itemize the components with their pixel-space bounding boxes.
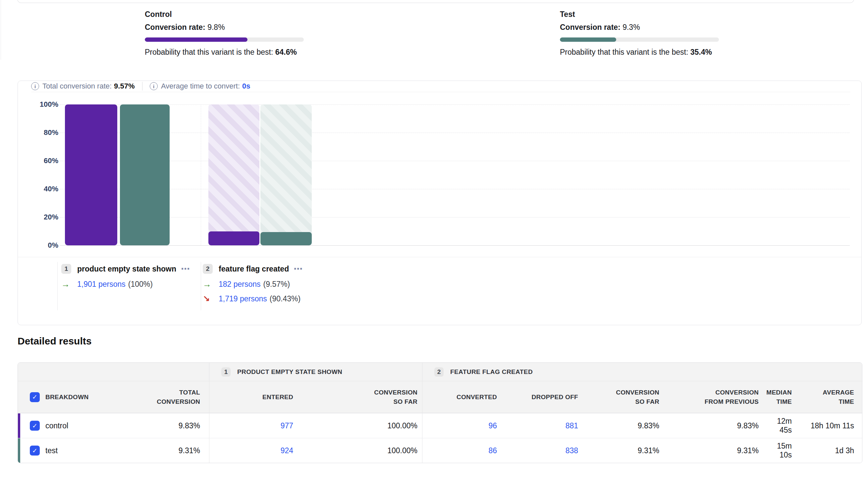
header-dropped-off: DROPPED OFF (502, 381, 583, 413)
cell-conversion-so-far-2: 9.83% (583, 413, 664, 438)
info-icon[interactable]: i (31, 82, 39, 90)
y-tick-80: 80% (18, 127, 58, 138)
probability-progress-bar (145, 37, 304, 42)
variant-color-indicator (18, 413, 20, 438)
info-icon[interactable]: i (150, 82, 158, 90)
cell-conversion-from-previous: 9.31% (664, 438, 764, 463)
header-median-time: MEDIAN TIME (764, 381, 797, 413)
persons-percent: (9.57%) (264, 280, 290, 289)
select-all-checkbox[interactable]: ✓ (30, 392, 40, 402)
variant-title: Control (145, 10, 560, 19)
step-name: feature flag created (219, 265, 289, 273)
more-options-icon[interactable]: ⋯ (181, 264, 190, 274)
column-label: BREAKDOWN (45, 393, 89, 402)
persons-percent: (90.43%) (270, 294, 301, 304)
cell-conversion-from-previous: 9.83% (664, 413, 764, 438)
header-conversion-so-far-1: CONVERSION SO FAR (302, 381, 423, 413)
funnel-step-label-1: 1 product empty state shown ⋯ → 1,901 pe… (61, 264, 190, 289)
y-tick-40: 40% (18, 184, 58, 194)
group-label: PRODUCT EMPTY STATE SHOWN (237, 368, 342, 376)
gridline-80 (60, 133, 850, 133)
variant-summary-test: Test Conversion rate: 9.3% Probability t… (560, 10, 868, 57)
header-divider (142, 82, 143, 90)
header-conversion-from-previous: CONVERSION FROM PREVIOUS (664, 381, 764, 413)
chart-labels-separator (18, 257, 861, 257)
persons-link[interactable]: 182 persons (219, 280, 261, 289)
dropped-off-arrow-icon: ↘ (203, 294, 213, 304)
cell-conversion-so-far-2: 9.31% (583, 438, 664, 463)
entered-arrow-icon: → (61, 279, 71, 289)
persons-row: → 182 persons (9.57%) (203, 279, 303, 289)
persons-link[interactable]: 1,719 persons (219, 294, 267, 304)
cell-breakdown: ✓ test (18, 438, 127, 463)
cell-converted[interactable]: 96 (423, 413, 502, 438)
total-conversion-label: Total conversion rate: (42, 82, 112, 90)
step-number-badge: 1 (221, 367, 230, 377)
gridline-100 (60, 105, 850, 105)
cell-average-time: 1d 3h (797, 438, 861, 463)
header-entered: ENTERED (209, 381, 302, 413)
cell-conversion-so-far-1: 100.00% (302, 438, 423, 463)
variant-name: test (45, 446, 58, 455)
more-options-icon[interactable]: ⋯ (293, 264, 303, 274)
gridline-60 (60, 161, 850, 161)
gridline-20 (60, 217, 850, 218)
funnel-bar-fill (65, 105, 117, 245)
funnel-bar-step1-control[interactable] (65, 105, 117, 245)
y-tick-0: 0% (18, 240, 58, 250)
persons-percent: (100%) (128, 280, 153, 289)
cell-median-time: 15m 10s (764, 438, 797, 463)
previous-card-bottom-edge (17, 0, 854, 3)
funnel-bar-fill (120, 105, 169, 245)
persons-link[interactable]: 1,901 persons (77, 280, 126, 289)
variant-color-indicator (18, 438, 20, 463)
funnel-bar-step1-test[interactable] (120, 105, 169, 245)
y-tick-60: 60% (18, 156, 58, 166)
variant-name: control (45, 422, 68, 430)
variant-title: Test (560, 10, 868, 19)
row-checkbox[interactable]: ✓ (30, 445, 40, 456)
funnel-bar-step2-control[interactable] (208, 105, 259, 245)
label-divider-1 (57, 262, 58, 310)
step-title-row: 2 feature flag created ⋯ (203, 264, 303, 274)
detailed-results-heading: Detailed results (18, 336, 91, 347)
converted-arrow-icon: → (203, 279, 213, 289)
funnel-bar-step2-test[interactable] (260, 105, 312, 245)
funnel-chart-card: i Total conversion rate: 9.57% i Average… (18, 81, 862, 325)
header-average-time: AVERAGE TIME (797, 381, 861, 413)
step-number-badge: 2 (203, 264, 213, 274)
avg-time-value[interactable]: 0s (242, 82, 250, 90)
group-cell-breakdown (18, 363, 209, 381)
header-total-conversion: TOTAL CONVERSION (127, 381, 209, 413)
probability-value: 64.6% (275, 48, 297, 56)
cell-average-time: 18h 10m 11s (797, 413, 861, 438)
conversion-rate-line: Conversion rate: 9.8% (145, 23, 560, 32)
cell-total-conversion: 9.31% (127, 438, 209, 463)
y-tick-100: 100% (18, 99, 58, 109)
table-header-row: ✓ BREAKDOWN TOTAL CONVERSION ENTERED CON… (18, 381, 862, 413)
cell-dropped-off[interactable]: 881 (502, 413, 583, 438)
cell-converted[interactable]: 86 (423, 438, 502, 463)
total-conversion-value: 9.57% (114, 82, 134, 90)
cell-dropped-off[interactable]: 838 (502, 438, 583, 463)
header-converted: CONVERTED (423, 381, 502, 413)
cell-breakdown: ✓ control (18, 413, 127, 438)
probability-progress-bar (560, 37, 719, 42)
persons-row: ↘ 1,719 persons (90.43%) (203, 294, 303, 304)
funnel-bar-fill (260, 232, 312, 245)
step-divider-line (201, 105, 201, 245)
header-breakdown: ✓ BREAKDOWN (18, 381, 127, 413)
cell-entered[interactable]: 924 (209, 438, 302, 463)
x-axis-line (60, 245, 850, 246)
detailed-results-table: 1 PRODUCT EMPTY STATE SHOWN 2 FEATURE FL… (18, 363, 862, 463)
header-separator (31, 92, 850, 92)
cell-entered[interactable]: 977 (209, 413, 302, 438)
probability-line: Probability that this variant is the bes… (145, 48, 560, 57)
cell-conversion-so-far-1: 100.00% (302, 413, 423, 438)
conversion-rate-value: 9.8% (207, 23, 225, 31)
group-cell-step1: 1 PRODUCT EMPTY STATE SHOWN (209, 363, 423, 381)
row-checkbox[interactable]: ✓ (30, 421, 40, 431)
cell-median-time: 12m 45s (764, 413, 797, 438)
cell-total-conversion: 9.83% (127, 413, 209, 438)
probability-label: Probability that this variant is the bes… (145, 48, 273, 56)
